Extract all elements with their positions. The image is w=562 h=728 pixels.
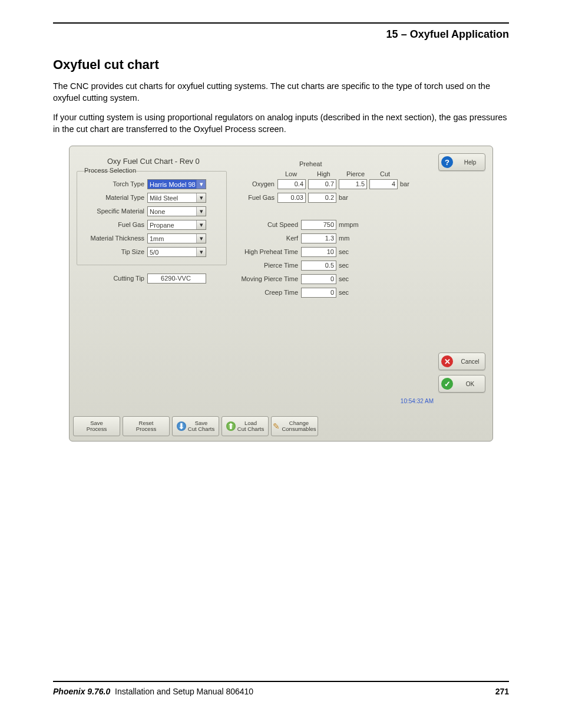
- kerf-unit: mm: [339, 235, 349, 242]
- cut-chart-screenshot: Oxy Fuel Cut Chart - Rev 0 Process Selec…: [69, 146, 493, 442]
- window-title: Oxy Fuel Cut Chart - Rev 0: [107, 157, 200, 166]
- save-process-button[interactable]: Save Process: [73, 416, 120, 436]
- help-label: Help: [455, 159, 485, 166]
- creep-time-unit: sec: [339, 289, 349, 296]
- fuelgas-low[interactable]: 0.03: [277, 193, 306, 203]
- specific-material-label: Specific Material: [77, 207, 144, 215]
- change-consumables-label: Change Consumables: [282, 420, 316, 433]
- kerf-label: Kerf: [222, 235, 298, 242]
- chevron-down-icon: ▾: [196, 193, 206, 202]
- material-type-combo[interactable]: Mild Steel ▾: [147, 193, 206, 203]
- change-consumables-button[interactable]: ✎ Change Consumables: [271, 416, 318, 436]
- page-header: 15 – Oxyfuel Application: [53, 28, 509, 41]
- fuel-gas-value: Propane: [150, 222, 174, 229]
- oxygen-unit: bar: [400, 180, 409, 187]
- ok-button[interactable]: ✓ OK: [438, 375, 485, 393]
- save-icon: ⬇: [177, 421, 186, 431]
- high-preheat-time-unit: sec: [339, 248, 349, 255]
- page-footer: Phoenix 9.76.0 Installation and Setup Ma…: [53, 681, 509, 696]
- save-cut-charts-label: Save Cut Charts: [188, 420, 214, 433]
- cut-speed-value[interactable]: 750: [301, 220, 336, 230]
- material-thickness-combo[interactable]: 1mm ▾: [147, 233, 206, 243]
- material-type-label: Material Type: [77, 194, 144, 201]
- help-icon: ?: [441, 156, 453, 168]
- specific-material-value: None: [150, 208, 165, 215]
- load-cut-charts-label: Load Cut Charts: [237, 420, 264, 433]
- chevron-down-icon: ▾: [196, 220, 206, 229]
- pierce-time-value[interactable]: 0.5: [301, 261, 336, 271]
- creep-time-value[interactable]: 0: [301, 288, 336, 298]
- load-cut-charts-button[interactable]: ⬆ Load Cut Charts: [222, 416, 269, 436]
- torch-type-label: Torch Type: [77, 180, 144, 187]
- chevron-down-icon: ▾: [196, 207, 206, 216]
- oxygen-pierce[interactable]: 1.5: [339, 179, 367, 189]
- chevron-down-icon: ▾: [196, 234, 206, 243]
- cutting-tip-field[interactable]: 6290-VVC: [147, 274, 206, 284]
- footer-manual: Installation and Setup Manual 806410: [115, 687, 253, 696]
- ok-label: OK: [455, 381, 485, 387]
- cut-speed-unit: mmpm: [339, 221, 359, 228]
- moving-pierce-time-unit: sec: [339, 275, 349, 282]
- col-high: High: [317, 170, 330, 177]
- clock: 10:54:32 AM: [401, 398, 434, 404]
- load-icon: ⬆: [226, 421, 236, 431]
- high-preheat-time-value[interactable]: 10: [301, 247, 336, 257]
- preheat-header: Preheat: [299, 160, 322, 167]
- ok-icon: ✓: [441, 378, 453, 390]
- moving-pierce-time-label: Moving Pierce Time: [222, 275, 298, 282]
- chevron-down-icon: ▾: [196, 180, 206, 189]
- footer-product: Phoenix 9.76.0: [53, 687, 110, 696]
- cancel-icon: ✕: [441, 355, 453, 367]
- help-button[interactable]: ? Help: [438, 153, 485, 171]
- specific-material-combo[interactable]: None ▾: [147, 206, 206, 216]
- tip-size-value: 5/0: [150, 249, 158, 256]
- reset-process-button[interactable]: Reset Process: [123, 416, 170, 436]
- save-cut-charts-button[interactable]: ⬇ Save Cut Charts: [172, 416, 219, 436]
- cutting-tip-label: Cutting Tip: [77, 275, 144, 282]
- material-thickness-label: Material Thickness: [77, 235, 144, 242]
- save-process-label: Save Process: [87, 420, 107, 433]
- high-preheat-time-label: High Preheat Time: [222, 248, 298, 255]
- tip-size-combo[interactable]: 5/0 ▾: [147, 247, 206, 257]
- torch-type-value: Harris Model 98: [150, 181, 196, 188]
- chevron-down-icon: ▾: [196, 248, 206, 256]
- oxygen-low[interactable]: 0.4: [277, 179, 306, 189]
- col-low: Low: [285, 170, 297, 177]
- fuel-gas-label: Fuel Gas: [77, 221, 144, 228]
- cancel-button[interactable]: ✕ Cancel: [438, 353, 485, 370]
- body-paragraph-1: The CNC provides cut charts for oxyfuel …: [53, 81, 509, 104]
- fuel-gas-combo[interactable]: Propane ▾: [147, 220, 206, 230]
- body-paragraph-2: If your cutting system is using proporti…: [53, 112, 509, 135]
- torch-type-combo[interactable]: Harris Model 98 ▾: [147, 179, 206, 189]
- fuelgas-label: Fuel Gas: [222, 194, 275, 201]
- page-title: Oxyfuel cut chart: [53, 57, 509, 73]
- oxygen-label: Oxygen: [222, 180, 275, 187]
- material-type-value: Mild Steel: [150, 195, 178, 202]
- oxygen-cut[interactable]: 4: [369, 179, 398, 189]
- fuelgas-unit: bar: [339, 194, 348, 201]
- torch-icon: ✎: [273, 421, 280, 431]
- kerf-value[interactable]: 1.3: [301, 233, 336, 243]
- col-cut: Cut: [380, 170, 390, 177]
- pierce-time-unit: sec: [339, 262, 349, 269]
- col-pierce: Pierce: [346, 170, 365, 177]
- pierce-time-label: Pierce Time: [222, 262, 298, 269]
- material-thickness-value: 1mm: [150, 235, 164, 242]
- cut-speed-label: Cut Speed: [222, 221, 298, 228]
- creep-time-label: Creep Time: [222, 289, 298, 296]
- moving-pierce-time-value[interactable]: 0: [301, 274, 336, 284]
- footer-page-number: 271: [495, 687, 509, 696]
- fuelgas-high[interactable]: 0.2: [308, 193, 336, 203]
- oxygen-high[interactable]: 0.7: [308, 179, 336, 189]
- process-selection-label: Process Selection: [82, 167, 138, 174]
- cancel-label: Cancel: [455, 358, 485, 365]
- tip-size-label: Tip Size: [77, 248, 144, 255]
- reset-process-label: Reset Process: [136, 420, 156, 433]
- bottom-toolbar: Save Process Reset Process ⬇ Save Cut Ch…: [73, 416, 489, 437]
